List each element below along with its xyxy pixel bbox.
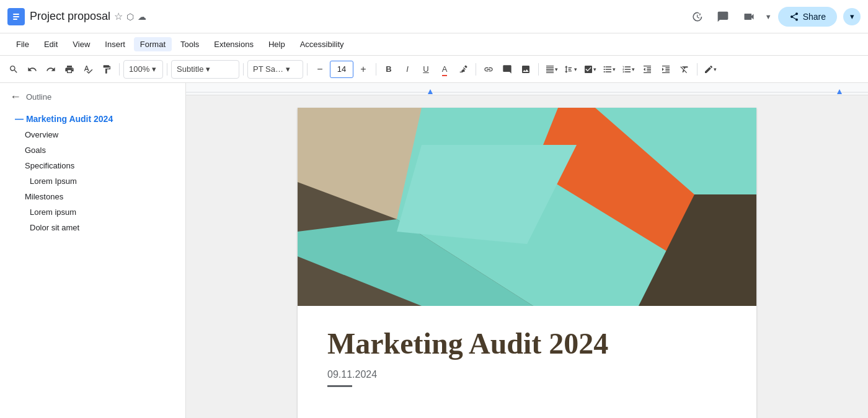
style-value: Subtitle xyxy=(177,64,203,74)
menu-accessibility[interactable]: Accessibility xyxy=(294,37,350,51)
ruler xyxy=(186,83,868,95)
doc-subtitle: 09.11.2024 xyxy=(327,369,727,380)
outline-item-milestones[interactable]: Milestones xyxy=(10,189,175,204)
spellcheck-button[interactable] xyxy=(79,60,97,79)
redo-button[interactable] xyxy=(42,60,60,79)
share-label: Share xyxy=(803,12,826,22)
app-icon xyxy=(7,8,25,25)
pen-button[interactable]: ▾ xyxy=(701,60,719,79)
font-size-decrease-button[interactable]: − xyxy=(311,60,329,79)
share-dropdown-button[interactable]: ▾ xyxy=(843,8,861,25)
bold-button[interactable]: B xyxy=(380,60,397,79)
ruler-area: Marketing Audit 2024 09.11.2024 xyxy=(186,83,868,418)
separator-1 xyxy=(119,63,120,76)
zoom-value: 100% xyxy=(129,64,149,74)
menu-view[interactable]: View xyxy=(66,37,96,51)
doc-content: Marketing Audit 2024 09.11.2024 xyxy=(298,306,756,407)
svg-marker-5 xyxy=(428,89,433,94)
menu-format[interactable]: Format xyxy=(134,37,172,51)
outline-item-dolor-sit-amet[interactable]: Dolor sit amet xyxy=(10,220,175,235)
font-size-box[interactable]: 14 xyxy=(330,61,353,78)
hero-image xyxy=(298,108,756,306)
back-button[interactable]: ← xyxy=(10,90,21,103)
font-dropdown[interactable]: PT Sa… ▾ xyxy=(247,60,303,79)
align-button[interactable]: ▾ xyxy=(542,60,560,79)
font-color-button[interactable]: A xyxy=(436,60,453,79)
menu-tools[interactable]: Tools xyxy=(174,37,205,51)
link-button[interactable] xyxy=(480,60,497,79)
share-button[interactable]: Share xyxy=(778,7,837,27)
doc-area[interactable]: Marketing Audit 2024 09.11.2024 xyxy=(186,95,868,418)
outline-item-goals[interactable]: Goals xyxy=(10,142,175,158)
clear-formatting-button[interactable] xyxy=(676,60,693,79)
outline-item-marketing-audit[interactable]: Marketing Audit 2024 xyxy=(10,111,175,127)
search-button[interactable] xyxy=(5,60,22,79)
toolbar: 100% ▾ Subtitle ▾ PT Sa… ▾ − 14 + B I U … xyxy=(0,56,868,83)
indent-left-button[interactable] xyxy=(639,60,656,79)
indent-right-button[interactable] xyxy=(657,60,675,79)
font-size-increase-button[interactable]: + xyxy=(355,60,372,79)
outline-label: Outline xyxy=(26,92,51,102)
font-size-value: 14 xyxy=(337,64,346,74)
svg-rect-1 xyxy=(13,14,19,15)
title-bar-right: ▼ Share ▾ xyxy=(687,7,861,27)
svg-marker-6 xyxy=(837,89,842,94)
menu-extensions[interactable]: Extensions xyxy=(208,37,260,51)
doc-divider xyxy=(327,385,352,387)
main-area: ← Outline Marketing Audit 2024 Overview … xyxy=(0,83,868,418)
doc-main-title: Marketing Audit 2024 xyxy=(327,326,727,362)
sidebar: ← Outline Marketing Audit 2024 Overview … xyxy=(0,83,186,418)
menu-insert[interactable]: Insert xyxy=(99,37,131,51)
print-button[interactable] xyxy=(61,60,78,79)
font-value: PT Sa… xyxy=(253,64,283,74)
drive-icon[interactable]: ⬡ xyxy=(126,12,134,22)
video-button[interactable] xyxy=(739,7,759,27)
cloud-icon[interactable]: ☁ xyxy=(138,12,146,22)
comment-button[interactable] xyxy=(713,7,733,27)
outline-item-overview[interactable]: Overview xyxy=(10,127,175,142)
menu-file[interactable]: File xyxy=(10,37,35,51)
insert-image-button[interactable] xyxy=(517,60,534,79)
doc-title[interactable]: Project proposal xyxy=(30,10,110,23)
menu-bar: File Edit View Insert Format Tools Exten… xyxy=(0,33,868,56)
page: Marketing Audit 2024 09.11.2024 xyxy=(298,108,756,418)
style-dropdown[interactable]: Subtitle ▾ xyxy=(171,60,239,79)
line-spacing-button[interactable]: ▾ xyxy=(562,60,580,79)
doc-info: Project proposal ☆ ⬡ ☁ xyxy=(30,10,682,23)
paintformat-button[interactable] xyxy=(98,60,115,79)
svg-rect-3 xyxy=(13,19,17,20)
separator-3 xyxy=(243,63,244,76)
outline-item-specifications[interactable]: Specifications xyxy=(10,158,175,173)
bullet-list-button[interactable]: ▾ xyxy=(600,60,618,79)
separator-7 xyxy=(538,63,539,76)
italic-button[interactable]: I xyxy=(399,60,416,79)
insert-comment-button[interactable] xyxy=(498,60,516,79)
undo-button[interactable] xyxy=(24,60,41,79)
zoom-dropdown[interactable]: 100% ▾ xyxy=(123,60,163,79)
outline-item-lorem-ipsum[interactable]: Lorem Ipsum xyxy=(10,173,175,189)
separator-4 xyxy=(307,63,308,76)
numbered-list-button[interactable]: ▾ xyxy=(619,60,637,79)
outline-items: Marketing Audit 2024 Overview Goals Spec… xyxy=(0,111,185,235)
title-bar: Project proposal ☆ ⬡ ☁ ▼ Share ▾ xyxy=(0,0,868,33)
sidebar-header: ← Outline xyxy=(0,90,185,111)
menu-edit[interactable]: Edit xyxy=(38,37,64,51)
separator-2 xyxy=(167,63,167,76)
history-button[interactable] xyxy=(687,7,707,27)
svg-rect-2 xyxy=(13,16,19,17)
separator-5 xyxy=(376,63,376,76)
underline-button[interactable]: U xyxy=(417,60,435,79)
separator-6 xyxy=(476,63,476,76)
highlight-button[interactable] xyxy=(454,60,472,79)
star-icon[interactable]: ☆ xyxy=(114,11,123,22)
menu-help[interactable]: Help xyxy=(262,37,291,51)
outline-item-lorem-ipsum-2[interactable]: Lorem ipsum xyxy=(10,204,175,220)
checklist-button[interactable]: ▾ xyxy=(581,60,599,79)
separator-8 xyxy=(697,63,698,76)
